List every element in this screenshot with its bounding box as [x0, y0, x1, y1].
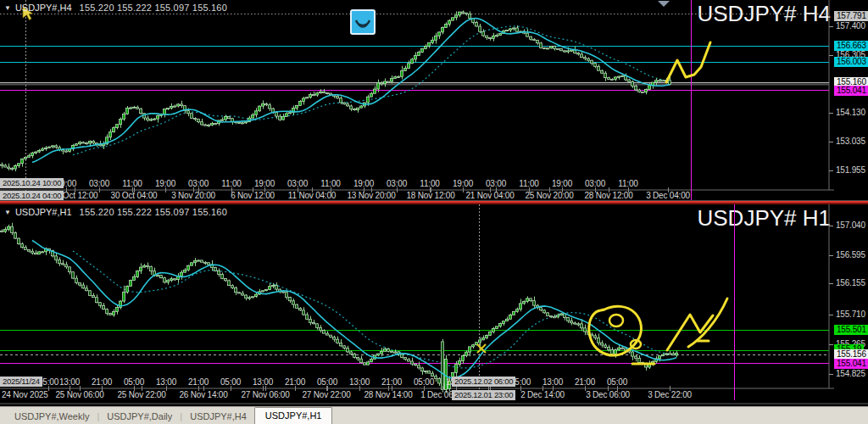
candle-body: [313, 322, 315, 323]
time-label: 11 Nov 04:00: [288, 191, 336, 200]
candle-body: [238, 122, 241, 123]
candle-body: [21, 244, 24, 248]
candle-body: [401, 354, 403, 358]
candle-body: [292, 301, 295, 304]
candle-body: [174, 279, 176, 280]
candle-body: [269, 105, 271, 109]
candle-body: [42, 252, 44, 253]
candle-body: [296, 105, 298, 108]
candle-body: [323, 92, 326, 92]
candle-body: [425, 371, 427, 371]
crosshair-time-box: 2025.12.01 23:00: [452, 390, 515, 400]
candle-body: [214, 124, 217, 125]
candle-body: [160, 276, 163, 278]
candle-body: [465, 352, 468, 355]
time-label: 21 Nov 04:00: [465, 191, 514, 200]
window-separator[interactable]: [0, 200, 868, 204]
time-label: 28 Nov 14:00: [364, 390, 412, 399]
collapse-triangle-icon[interactable]: ▼: [4, 4, 11, 12]
candle-body: [275, 113, 278, 116]
ohlc-values: 155.220 155.222 155.097 155.160: [80, 207, 227, 217]
tab-usdjpy-h1[interactable]: USDJPY#,H1: [254, 407, 333, 424]
tab-usdjpy-daily[interactable]: USDJPY#,Daily: [99, 409, 180, 424]
crosshair-time-box: 2025.12.02 06:00: [452, 377, 515, 387]
candle-body: [357, 357, 359, 359]
candle-body: [337, 97, 339, 98]
price-tick-label: 154.825: [836, 369, 865, 379]
candle-body: [201, 122, 203, 125]
time-label: 21:00: [92, 377, 112, 387]
candle-body: [120, 120, 122, 125]
time-label: 27 Nov 06:00: [241, 390, 289, 399]
candle-body: [198, 119, 200, 121]
time-label: 27 Nov 22:00: [302, 390, 350, 399]
candle-body: [272, 286, 275, 287]
candle-body: [611, 349, 614, 354]
price-level-label: 157.791: [834, 11, 868, 21]
candle-body: [187, 265, 190, 270]
candle-body: [126, 108, 129, 114]
candle-body: [204, 125, 207, 126]
chart-header-h4: ▼USDJPY#,H4155.220 155.222 155.097 155.1…: [4, 3, 227, 13]
object-anchor-triangle: [658, 1, 670, 7]
candle-body: [435, 377, 437, 379]
candle-body: [279, 116, 281, 120]
candle-body: [343, 103, 346, 104]
candle-body: [594, 336, 597, 338]
candle-body: [130, 281, 132, 287]
candle-body: [299, 101, 302, 105]
candle-body: [516, 28, 519, 31]
candle-body: [45, 148, 47, 148]
time-label: 03:00: [387, 179, 407, 188]
chart-area-h1[interactable]: [0, 204, 868, 404]
tab-usdjpy-h4[interactable]: USDJPY#,H4: [182, 409, 254, 424]
candle-body: [479, 340, 481, 343]
candle-body: [503, 321, 505, 324]
candle-body: [601, 343, 604, 345]
candle-body: [384, 349, 387, 351]
time-label: 24 Nov 2025: [2, 390, 48, 399]
candle-body: [65, 151, 68, 152]
candle-body: [421, 368, 424, 371]
candle-body: [184, 270, 186, 272]
candle-body: [123, 114, 125, 119]
price-tick-label: 157.040: [836, 220, 865, 231]
candle-body: [594, 64, 597, 67]
candle-body: [611, 79, 614, 80]
candle-body: [408, 360, 410, 361]
candle-body: [669, 354, 671, 354]
candle-body: [570, 50, 573, 51]
candle-body: [262, 291, 264, 292]
candle-body: [455, 15, 458, 18]
tab-usdjpy-weekly[interactable]: USDJPY#,Weekly: [7, 409, 97, 424]
candle-body: [394, 77, 397, 79]
time-label: 13:00: [349, 377, 370, 387]
candle-body: [225, 279, 227, 281]
candle-body: [11, 226, 14, 232]
candle-body: [289, 298, 292, 301]
candle-body: [415, 364, 417, 365]
candle-body: [384, 81, 387, 84]
chart-area-h4[interactable]: [0, 0, 868, 202]
collapse-triangle-icon[interactable]: ▼: [4, 209, 11, 216]
candle-body: [486, 335, 488, 338]
candle-body: [516, 310, 519, 312]
candle-body: [198, 260, 200, 261]
time-label: 19:00: [453, 179, 473, 188]
candle-body: [262, 103, 264, 106]
candle-body: [347, 348, 349, 352]
price-level-label: 156.003: [834, 57, 868, 67]
time-label: 3 Dec 22:00: [648, 390, 692, 399]
candle-body: [265, 289, 268, 290]
candle-body: [635, 86, 637, 90]
candle-body: [4, 230, 7, 232]
time-label: 26 Nov 14:00: [179, 390, 227, 399]
candle-body: [306, 315, 309, 319]
candle-body: [214, 268, 217, 271]
candle-body: [113, 128, 115, 132]
candle-body: [299, 308, 302, 310]
candle-body: [25, 248, 27, 250]
time-label: 18 Nov 12:00: [406, 191, 454, 200]
candle-body: [21, 159, 24, 163]
candle-body: [340, 98, 342, 103]
